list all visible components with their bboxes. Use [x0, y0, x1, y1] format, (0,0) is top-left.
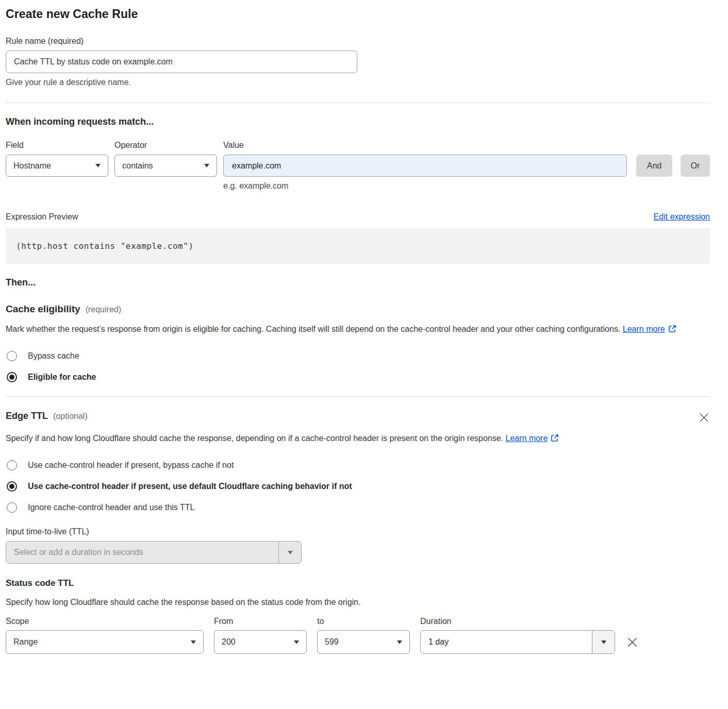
cache-eligibility-required: (required) [86, 305, 121, 314]
scope-label: Scope [6, 617, 214, 626]
field-select-value: Hostname [13, 161, 51, 171]
cache-eligibility-header: Cache eligibility (required) [6, 303, 710, 315]
value-help: e.g. example.com [223, 181, 710, 191]
edge-ttl-optional: (optional) [53, 412, 88, 421]
ttl-input-label: Input time-to-live (TTL) [6, 527, 710, 536]
remove-rule-icon[interactable] [626, 636, 639, 649]
chevron-down-icon [288, 551, 293, 554]
radio-unselected-icon[interactable] [7, 351, 17, 361]
status-code-ttl-heading: Status code TTL [6, 578, 710, 588]
from-select-value: 200 [222, 637, 236, 647]
to-select[interactable]: 599 [317, 630, 410, 654]
edge-ttl-option-default[interactable]: Use cache-control header if present, use… [6, 481, 710, 492]
cache-eligibility-title: Cache eligibility [6, 303, 80, 315]
rule-name-label: Rule name (required) [6, 37, 710, 46]
rule-name-help: Give your rule a descriptive name. [6, 78, 710, 87]
edit-expression-link[interactable]: Edit expression [654, 212, 710, 222]
value-input[interactable] [223, 155, 627, 177]
edge-ttl-option-bypass[interactable]: Use cache-control header if present, byp… [6, 460, 710, 470]
bypass-cache-label: Bypass cache [28, 351, 79, 361]
edge-ttl-title: Edge TTL [6, 411, 48, 421]
bypass-cache-option[interactable]: Bypass cache [6, 351, 710, 361]
close-icon[interactable] [698, 412, 710, 425]
chevron-down-icon [191, 640, 196, 644]
match-controls-row: Hostname contains And Or [6, 155, 710, 177]
expression-preview-box: (http.host contains "example.com") [6, 228, 710, 264]
edge-ttl-description-text: Specify if and how long Cloudflare shoul… [6, 434, 503, 443]
edge-ttl-option-bypass-label: Use cache-control header if present, byp… [28, 461, 234, 470]
expression-header: Expression Preview Edit expression [6, 212, 710, 222]
cache-eligibility-learn-more-link[interactable]: Learn more [623, 325, 665, 333]
chevron-down-icon [204, 164, 209, 167]
edge-ttl-options: Use cache-control header if present, byp… [6, 460, 710, 513]
from-select[interactable]: 200 [214, 630, 307, 654]
to-select-value: 599 [325, 637, 339, 647]
scope-select-value: Range [13, 637, 38, 647]
edge-ttl-description: Specify if and how long Cloudflare shoul… [6, 431, 575, 447]
rule-name-input[interactable] [6, 50, 357, 73]
status-code-controls-row: Range 200 599 1 day [6, 630, 710, 654]
edge-ttl-option-ignore[interactable]: Ignore cache-control header and use this… [6, 502, 710, 513]
edge-ttl-learn-more-link[interactable]: Learn more [506, 434, 548, 443]
ttl-duration-dropdown-button [278, 542, 301, 563]
edge-ttl-option-ignore-label: Ignore cache-control header and use this… [28, 503, 194, 512]
external-link-icon [668, 323, 676, 337]
operator-select-value: contains [122, 161, 153, 171]
duration-select[interactable]: 1 day [420, 630, 615, 654]
ttl-duration-placeholder: Select or add a duration in seconds [6, 542, 278, 563]
radio-unselected-icon[interactable] [7, 502, 17, 513]
eligible-for-cache-label: Eligible for cache [28, 373, 96, 382]
then-heading: Then... [6, 277, 710, 288]
ttl-duration-select: Select or add a duration in seconds [6, 541, 302, 564]
chevron-down-icon [397, 640, 402, 644]
cache-eligibility-options: Bypass cache Eligible for cache [6, 351, 710, 382]
to-label: to [317, 617, 420, 626]
match-labels-row: Field Operator Value [6, 141, 710, 150]
external-link-icon [551, 432, 559, 447]
section-divider [6, 396, 710, 397]
duration-select-value: 1 day [421, 631, 592, 653]
scope-select[interactable]: Range [6, 630, 204, 654]
field-label: Field [6, 141, 114, 150]
match-section-heading: When incoming requests match... [6, 116, 710, 127]
status-code-labels-row: Scope From to Duration [6, 617, 710, 626]
chevron-down-icon [294, 640, 299, 644]
page-title: Create new Cache Rule [6, 7, 710, 21]
eligible-for-cache-option[interactable]: Eligible for cache [6, 372, 710, 382]
radio-unselected-icon[interactable] [7, 460, 17, 470]
create-cache-rule-form: Create new Cache Rule Rule name (require… [0, 0, 728, 709]
radio-selected-icon[interactable] [7, 481, 17, 492]
status-code-ttl-description: Specify how long Cloudflare should cache… [6, 595, 710, 610]
edge-ttl-title-row: Edge TTL (optional) [6, 411, 88, 421]
section-divider [6, 103, 710, 103]
cache-eligibility-description-text: Mark whether the request’s response from… [6, 325, 620, 333]
edge-ttl-header: Edge TTL (optional) [6, 411, 710, 425]
from-label: From [214, 617, 317, 626]
and-button[interactable]: And [636, 155, 672, 177]
expression-preview-label: Expression Preview [6, 212, 78, 222]
radio-selected-icon[interactable] [7, 372, 17, 382]
field-select[interactable]: Hostname [6, 155, 108, 177]
operator-select[interactable]: contains [114, 155, 217, 177]
chevron-down-icon [601, 640, 606, 644]
operator-label: Operator [114, 141, 223, 150]
duration-label: Duration [420, 617, 451, 626]
chevron-down-icon [95, 164, 101, 167]
duration-dropdown-button[interactable] [592, 631, 615, 653]
value-label: Value [223, 141, 244, 150]
edge-ttl-option-default-label: Use cache-control header if present, use… [28, 482, 352, 491]
or-button[interactable]: Or [681, 155, 710, 177]
cache-eligibility-description: Mark whether the request’s response from… [6, 322, 710, 337]
